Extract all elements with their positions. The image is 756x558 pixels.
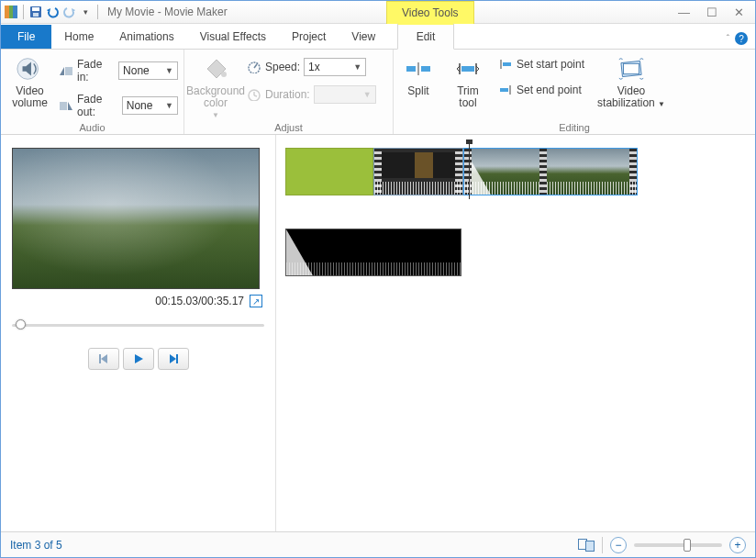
set-end-label: Set end point xyxy=(517,84,582,96)
set-end-point-button[interactable]: Set end point xyxy=(498,84,584,96)
fade-in-combo[interactable]: None▼ xyxy=(118,61,178,80)
svg-rect-18 xyxy=(624,63,639,73)
chevron-down-icon: ▼ xyxy=(212,111,219,119)
background-color-label: Background color xyxy=(186,85,245,109)
zoom-thumb[interactable] xyxy=(684,539,691,552)
view-toggle-icon[interactable] xyxy=(578,539,595,552)
play-button[interactable] xyxy=(123,348,154,370)
playhead[interactable] xyxy=(469,142,470,199)
speaker-icon xyxy=(16,54,45,84)
set-end-icon xyxy=(498,84,513,95)
svg-rect-10 xyxy=(421,66,430,72)
fullscreen-icon[interactable]: ↗ xyxy=(250,295,262,307)
fade-in-label: Fade in: xyxy=(77,58,115,84)
timeline-row-2 xyxy=(285,229,746,276)
video-volume-label: Video volume xyxy=(12,85,48,109)
save-icon[interactable] xyxy=(28,4,44,20)
group-label-audio: Audio xyxy=(6,120,178,133)
clip-title[interactable] xyxy=(285,148,373,195)
ribbon-tabs: File Home Animations Visual Effects Proj… xyxy=(1,24,755,50)
stabilization-label: Video stabilization ▼ xyxy=(597,85,665,109)
seek-track xyxy=(12,324,264,327)
clip-4[interactable] xyxy=(285,229,461,276)
svg-rect-15 xyxy=(500,88,508,92)
chevron-down-icon: ▼ xyxy=(165,66,173,75)
status-bar: Item 3 of 5 − + xyxy=(1,531,755,557)
status-text: Item 3 of 5 xyxy=(10,539,62,552)
svg-rect-19 xyxy=(99,354,101,363)
chevron-down-icon: ▼ xyxy=(658,100,665,108)
playback-time: 00:15.03/00:35.17 xyxy=(155,295,244,307)
collapse-ribbon-icon[interactable]: ˆ xyxy=(727,34,729,44)
svg-rect-2 xyxy=(33,13,39,17)
svg-rect-14 xyxy=(503,62,511,66)
clip-3-selected[interactable] xyxy=(463,148,638,195)
tab-edit[interactable]: Edit xyxy=(397,23,454,50)
trim-icon xyxy=(453,54,483,84)
speed-icon xyxy=(247,61,261,73)
clip-2[interactable] xyxy=(373,148,463,195)
tab-view[interactable]: View xyxy=(339,25,388,49)
minimize-button[interactable]: — xyxy=(678,6,690,19)
fade-out-icon xyxy=(59,99,73,112)
context-tab-video-tools[interactable]: Video Tools xyxy=(386,1,474,24)
close-button[interactable]: ✕ xyxy=(734,6,744,19)
preview-pane: 00:15.03/00:35.17 ↗ xyxy=(1,135,276,531)
chevron-down-icon: ▼ xyxy=(165,101,173,110)
paint-bucket-icon xyxy=(201,54,230,84)
maximize-button[interactable]: ☐ xyxy=(706,6,717,19)
previous-frame-button[interactable] xyxy=(88,348,119,370)
video-stabilization-button[interactable]: Video stabilization ▼ xyxy=(595,52,667,109)
tab-home[interactable]: Home xyxy=(51,25,106,49)
zoom-slider[interactable] xyxy=(634,543,722,547)
video-volume-button[interactable]: Video volume xyxy=(6,52,53,109)
ribbon: Video volume Fade in: None▼ Fade out: No… xyxy=(1,50,755,135)
timeline-row-1 xyxy=(285,148,746,195)
fade-out-value: None xyxy=(127,99,153,112)
svg-rect-20 xyxy=(176,354,178,363)
svg-rect-1 xyxy=(32,7,39,11)
duration-icon xyxy=(247,88,261,101)
svg-rect-9 xyxy=(406,66,416,72)
tab-project[interactable]: Project xyxy=(279,25,339,49)
group-label-adjust: Adjust xyxy=(190,120,387,133)
app-icon xyxy=(5,6,17,18)
redo-icon[interactable] xyxy=(61,4,77,20)
chevron-down-icon: ▼ xyxy=(363,90,372,99)
separator xyxy=(23,5,24,19)
tab-animations[interactable]: Animations xyxy=(106,25,186,49)
title-bar: ▾ My Movie - Movie Maker Video Tools — ☐… xyxy=(1,1,755,24)
svg-point-6 xyxy=(221,72,227,77)
next-frame-button[interactable] xyxy=(158,348,189,370)
trim-label: Trim tool xyxy=(457,85,479,109)
tab-file[interactable]: File xyxy=(1,25,51,49)
fade-out-label: Fade out: xyxy=(77,93,118,118)
speed-label: Speed: xyxy=(265,61,300,73)
separator xyxy=(97,5,98,19)
timeline-pane[interactable] xyxy=(276,135,755,531)
seek-slider[interactable] xyxy=(12,317,264,333)
svg-rect-12 xyxy=(461,66,474,72)
background-color-button: Background color ▼ xyxy=(190,52,241,119)
undo-icon[interactable] xyxy=(44,4,61,20)
trim-tool-button[interactable]: Trim tool xyxy=(449,52,487,109)
svg-rect-4 xyxy=(65,67,72,75)
set-start-label: Set start point xyxy=(517,58,584,71)
speed-combo[interactable]: 1x▼ xyxy=(304,58,366,76)
preview-video[interactable] xyxy=(12,148,260,289)
speed-value: 1x xyxy=(308,61,320,73)
duration-label: Duration: xyxy=(265,88,310,101)
split-label: Split xyxy=(407,85,428,97)
seek-thumb[interactable] xyxy=(16,319,26,329)
window-title: My Movie - Movie Maker xyxy=(107,6,228,18)
tab-visual-effects[interactable]: Visual Effects xyxy=(187,25,279,49)
workspace: 00:15.03/00:35.17 ↗ xyxy=(1,135,755,531)
split-button[interactable]: Split xyxy=(399,52,438,97)
qat-customize-icon[interactable]: ▾ xyxy=(77,4,94,20)
set-start-icon xyxy=(498,59,513,70)
fade-out-combo[interactable]: None▼ xyxy=(122,96,178,115)
zoom-in-button[interactable]: + xyxy=(729,537,746,553)
zoom-out-button[interactable]: − xyxy=(610,537,627,553)
help-icon[interactable]: ? xyxy=(735,32,748,45)
set-start-point-button[interactable]: Set start point xyxy=(498,58,584,71)
